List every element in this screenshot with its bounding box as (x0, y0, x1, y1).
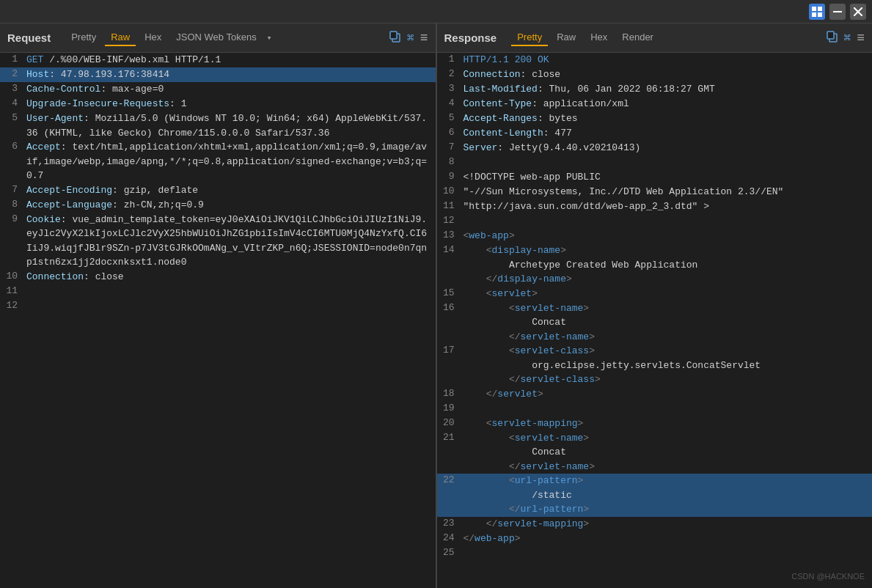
response-tab-pretty[interactable]: Pretty (511, 29, 548, 46)
response-line-21: 21 <servlet-name> Concat </servlet-name> (437, 431, 873, 474)
svg-rect-10 (827, 32, 834, 39)
response-line-8: 8 (437, 155, 873, 170)
response-tab-raw[interactable]: Raw (551, 29, 582, 46)
response-line-17: 17 <servlet-class> org.eclipse.jetty.ser… (437, 344, 873, 387)
request-line-5: 5 User-Agent: Mozilla/5.0 (Windows NT 10… (0, 111, 436, 140)
request-line-3: 3 Cache-Control: max-age=0 (0, 82, 436, 97)
response-line-5: 5 Accept-Ranges: bytes (437, 111, 873, 126)
watermark: CSDN @HACKNOE (791, 572, 865, 581)
response-line-24: 24 </web-app> (437, 532, 873, 546)
response-line-9: 9 <!DOCTYPE web-app PUBLIC (437, 170, 873, 185)
request-line-2: 2 Host: 47.98.193.176:38414 (0, 67, 436, 82)
request-tab-hex[interactable]: Hex (139, 29, 167, 46)
request-panel: Request Pretty Raw Hex JSON Web Tokens ▾… (0, 23, 436, 588)
response-line-18: 18 </servlet> (437, 387, 873, 402)
response-line-11: 11 "http://java.sun.com/dtd/web-app_2_3.… (437, 199, 873, 214)
response-line-22: 22 <url-pattern> /static </url-pattern> (437, 474, 873, 517)
response-tabs: Pretty Raw Hex Render (511, 29, 659, 46)
request-actions: ⌘ ≡ (389, 31, 428, 45)
request-line-8: 8 Accept-Language: zh-CN,zh;q=0.9 (0, 198, 436, 213)
response-line-20: 20 <servlet-mapping> (437, 416, 873, 431)
response-actions: ⌘ ≡ (827, 31, 865, 45)
request-line-6: 6 Accept: text/html,application/xhtml+xm… (0, 140, 436, 183)
response-line-12: 12 (437, 214, 873, 229)
response-line-7: 7 Server: Jetty(9.4.40.v20210413) (437, 141, 873, 155)
svg-rect-3 (818, 12, 822, 17)
svg-rect-1 (818, 7, 822, 11)
response-line-6: 6 Content-Length: 477 (437, 126, 873, 141)
request-line-10: 10 Connection: close (0, 270, 436, 284)
svg-rect-8 (390, 32, 397, 39)
response-line-2: 2 Connection: close (437, 67, 873, 82)
response-line-19: 19 (437, 402, 873, 416)
top-bar (0, 0, 872, 23)
response-line-23: 23 </servlet-mapping> (437, 517, 873, 532)
response-tab-hex[interactable]: Hex (585, 29, 613, 46)
request-line-9: 9 Cookie: vue_admin_template_token=eyJ0e… (0, 213, 436, 270)
request-title: Request (7, 32, 51, 44)
request-copy-icon[interactable] (389, 31, 401, 45)
request-line-4: 4 Upgrade-Insecure-Requests: 1 (0, 97, 436, 111)
grid-view-icon[interactable] (809, 4, 825, 20)
response-line-13: 13 <web-app> (437, 229, 873, 243)
panels-container: Request Pretty Raw Hex JSON Web Tokens ▾… (0, 23, 872, 588)
request-line-1: 1 GET /.%00/WEB-INF/web.xml HTTP/1.1 (0, 53, 436, 67)
request-content[interactable]: 1 GET /.%00/WEB-INF/web.xml HTTP/1.1 2 H… (0, 53, 436, 588)
request-line-7: 7 Accept-Encoding: gzip, deflate (0, 183, 436, 198)
response-wrap-icon[interactable]: ⌘ (844, 31, 851, 45)
request-header: Request Pretty Raw Hex JSON Web Tokens ▾… (0, 23, 436, 53)
response-line-4: 4 Content-Type: application/xml (437, 97, 873, 111)
response-tab-render[interactable]: Render (616, 29, 659, 46)
response-content[interactable]: 1 HTTP/1.1 200 OK 2 Connection: close 3 … (437, 53, 873, 588)
svg-rect-4 (833, 11, 842, 12)
response-panel: Response Pretty Raw Hex Render ⌘ ≡ (437, 23, 873, 588)
response-line-15: 15 <servlet> (437, 287, 873, 301)
request-tab-dropdown[interactable]: ▾ (267, 33, 272, 43)
svg-rect-0 (812, 7, 816, 11)
close-window-icon[interactable] (850, 4, 866, 20)
response-line-25: 25 (437, 546, 873, 561)
request-line-11: 11 (0, 284, 436, 299)
response-header: Response Pretty Raw Hex Render ⌘ ≡ (437, 23, 873, 53)
response-line-16: 16 <servlet-name> Concat </servlet-name> (437, 301, 873, 345)
request-tab-jwt[interactable]: JSON Web Tokens (170, 29, 262, 46)
svg-rect-2 (812, 12, 816, 17)
request-tab-pretty[interactable]: Pretty (65, 29, 102, 46)
response-line-3: 3 Last-Modified: Thu, 06 Jan 2022 06:18:… (437, 82, 873, 97)
response-line-1: 1 HTTP/1.1 200 OK (437, 53, 873, 67)
response-copy-icon[interactable] (827, 31, 838, 45)
request-menu-icon[interactable]: ≡ (420, 31, 428, 45)
request-tab-raw[interactable]: Raw (105, 29, 136, 46)
request-line-12: 12 (0, 299, 436, 314)
response-line-10: 10 "-//Sun Microsystems, Inc.//DTD Web A… (437, 185, 873, 199)
response-menu-icon[interactable]: ≡ (857, 31, 865, 45)
minimize-icon[interactable] (829, 4, 846, 20)
response-title: Response (444, 32, 497, 44)
request-tabs: Pretty Raw Hex JSON Web Tokens ▾ (65, 29, 271, 46)
response-line-14: 14 <display-name> Archetype Created Web … (437, 243, 873, 287)
request-wrap-icon[interactable]: ⌘ (407, 31, 414, 45)
